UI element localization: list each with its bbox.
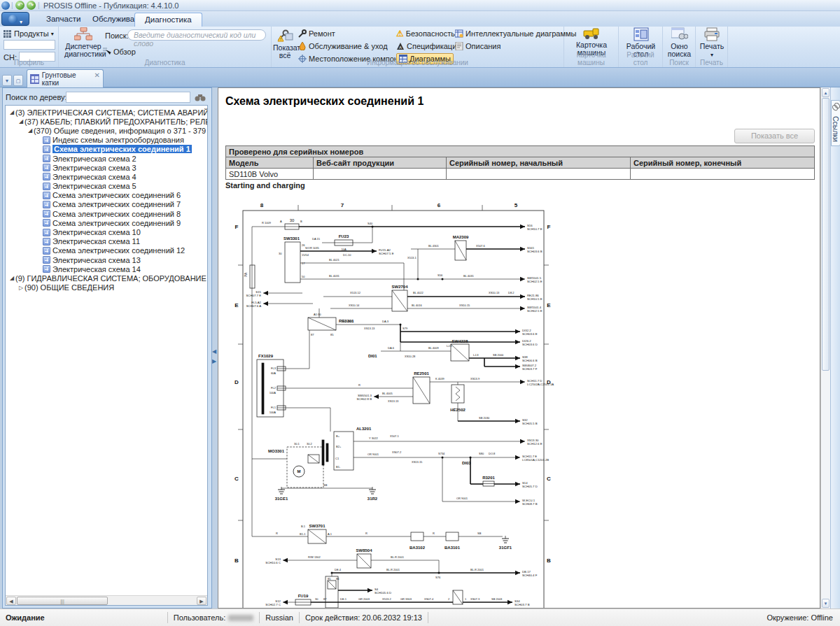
right-side-strip: Ссылки [830, 87, 840, 609]
tree-search-label: Поиск по дереву: [6, 93, 67, 101]
document-icon [43, 155, 50, 162]
wiring-diagram-svg: 8765FFEEDDCCBB30ABS40R 1009FU2310ADA 15S… [232, 199, 554, 609]
show-all-profiles-button[interactable]: Показать все профили [734, 129, 815, 143]
tree-search-input[interactable] [66, 92, 190, 103]
smart-diagrams-button[interactable]: Интеллектуальные диаграммы [455, 28, 576, 39]
application-menu-button[interactable]: ▾ [1, 12, 29, 26]
app-logo-icon [1, 1, 10, 10]
tree-item[interactable]: Электрическая схема 5 [7, 182, 207, 191]
scroll-down-icon[interactable]: ▼ [822, 599, 830, 608]
collapse-left-icon[interactable]: ◀ [212, 348, 216, 355]
tree-item-label: Электрическая схема 4 [52, 173, 136, 181]
tree-item[interactable]: Электрическая схема 3 [7, 163, 207, 172]
svg-text:SCH11.7 E: SCH11.7 E [522, 455, 537, 458]
specifications-icon: A [396, 42, 405, 50]
machine-tab[interactable]: Грунтовые катки SD110B Volvo ✕ [27, 69, 104, 87]
svg-text:S79: S79 [402, 327, 408, 330]
diagnostic-search-input[interactable]: Введите диагностический код или слово [127, 29, 266, 41]
group-label-profile: Профиль [0, 59, 58, 66]
svg-text:SCH40.4 F: SCH40.4 F [522, 574, 538, 577]
panel-splitter[interactable]: ◀ ▶ [212, 87, 218, 609]
repair-button[interactable]: Ремонт [298, 28, 335, 39]
svg-text:X513.1: X513.1 [407, 256, 416, 259]
tree-item[interactable]: ◢(9) ГИДРАВЛИЧЕСКАЯ СИСТЕМА; ОБОРУДОВАНИ… [7, 273, 207, 283]
specifications-button[interactable]: A Спецификации [396, 41, 461, 52]
links-tab[interactable]: Ссылки [831, 100, 840, 146]
table-column-header: Серийный номер, конечный [631, 157, 815, 169]
tree-item-label: (3) ЭЛЕКТРИЧЕСКАЯ СИСТЕМА; СИСТЕМА АВАРИ… [15, 108, 208, 117]
tree-item[interactable]: Схема электрических соединений 9 [7, 218, 207, 227]
tree-item[interactable]: Электрическая схема 2 [7, 154, 207, 163]
content-scrollbar[interactable]: ▲ ▼ [820, 87, 830, 609]
tree-expanded-icon[interactable]: ◢ [8, 275, 15, 281]
maintenance-button[interactable]: Обслуживание & уход [298, 41, 388, 52]
product-filter-input[interactable] [4, 40, 55, 50]
svg-text:S4: S4 [374, 588, 379, 591]
tree-item[interactable]: Электрическая схема 4 [7, 172, 207, 181]
tree-item[interactable]: ◢(37) КАБЕЛЬ; ПЛАВКИЙ ПРЕДОХРАНИТЕЛЬ; РЕ… [7, 117, 207, 126]
scroll-up-icon[interactable]: ▲ [822, 88, 830, 97]
svg-text:S16: S16 [527, 224, 533, 227]
svg-text:X513.12: X513.12 [350, 291, 361, 294]
diagnostics-dispatcher-button[interactable]: Диспетчер диагностики [64, 27, 102, 58]
svg-text:SCH12.6 E: SCH12.6 E [527, 442, 542, 446]
ribbon-group-diagnostics: Диспетчер диагностики Поиск: Введите диа… [59, 27, 272, 67]
svg-text:X507.6: X507.6 [476, 244, 485, 248]
new-tab-button[interactable]: ▢ [13, 75, 23, 86]
binoculars-icon[interactable] [195, 92, 206, 102]
ribbon-group-machine-card: Карточка машины Карточка машины [564, 27, 619, 67]
tree-horizontal-scrollbar[interactable]: ◀ ||| ▶ [6, 595, 207, 605]
org-chart-icon [74, 27, 92, 41]
scroll-right-icon[interactable]: ▶ [197, 597, 206, 605]
tree-item[interactable]: Электрическая схема 10 [7, 227, 207, 236]
tree-expanded-icon[interactable]: ◢ [27, 127, 34, 134]
tree-item[interactable]: Схема электрических соединений 6 [7, 191, 207, 200]
svg-text:D: D [234, 379, 239, 385]
tree-item[interactable]: Схема электрических соединений 1 [7, 145, 207, 154]
svg-text:XS13.9: XS13.9 [470, 377, 480, 380]
products-button[interactable]: Продукты▾ [3, 28, 54, 39]
machine-tab-icon [30, 74, 39, 84]
show-all-button[interactable]: ! Показать всё [273, 27, 297, 59]
svg-text:S734: S734 [438, 452, 445, 455]
svg-text:SW4607.2: SW4607.2 [522, 364, 537, 367]
tree-expanded-icon[interactable]: ◢ [8, 109, 15, 115]
forward-button[interactable]: ↷ [27, 1, 36, 10]
tree-item[interactable]: Схема электрических соединений 8 [7, 209, 207, 218]
tree-item[interactable]: ◢(370) Общие сведения, информация о 371 … [7, 126, 207, 135]
svg-text:SCH07.5 E: SCH07.5 E [379, 252, 394, 255]
status-user-label: Пользователь: [174, 613, 225, 622]
safety-button[interactable]: ⚠ Безопасность [396, 28, 455, 39]
tree-item[interactable]: Индекс схемы электрооборудования [7, 136, 207, 145]
tree-item[interactable]: Электрическая схема 13 [7, 255, 207, 264]
tab-diagnostics[interactable]: Диагностика [134, 13, 202, 27]
back-button[interactable]: ↶ [15, 1, 24, 10]
machine-truck-icon [582, 27, 601, 40]
tree-item[interactable]: Схема электрических соединений 12 [7, 246, 207, 255]
tree-item[interactable]: ◢(3) ЭЛЕКТРИЧЕСКАЯ СИСТЕМА; СИСТЕМА АВАР… [7, 108, 207, 117]
status-validity: Срок действия: 20.06.2032 19:13 [305, 613, 422, 622]
svg-text:LJ.5: LJ.5 [447, 344, 452, 348]
collapse-right-icon[interactable]: ▶ [212, 358, 216, 364]
descriptions-button[interactable]: Описания [455, 41, 500, 52]
svg-text:85: 85 [328, 577, 331, 581]
browse-button[interactable]: Обзор [102, 46, 136, 57]
tree-item[interactable]: Электрическая схема 11 [7, 237, 207, 246]
search-window-button[interactable]: Окно поиска [664, 27, 694, 58]
tree-hscroll-thumb[interactable]: ||| [17, 597, 108, 605]
svg-text:A: A [280, 220, 282, 223]
tree-item[interactable]: Электрическая схема 14 [7, 264, 207, 273]
content-scroll-thumb[interactable] [822, 98, 830, 371]
tree-item-label: Схема электрических соединений 9 [52, 219, 181, 227]
status-environment: Окружение: Offline [766, 613, 833, 622]
svg-text:C: C [547, 476, 551, 482]
tree-item-label: (9) ГИДРАВЛИЧЕСКАЯ СИСТЕМА; ОБОРУДОВАНИЕ… [15, 274, 208, 283]
tree-item[interactable]: ▷(90) ОБЩИЕ СВЕДЕНИЯ [7, 283, 207, 292]
print-button[interactable]: Печать ▾ [699, 27, 725, 59]
scroll-left-icon[interactable]: ◀ [6, 597, 16, 605]
tree-item[interactable]: Схема электрических соединений 7 [7, 200, 207, 209]
close-tab-icon[interactable]: ✕ [94, 71, 100, 87]
tree-expanded-icon[interactable]: ◢ [18, 118, 24, 125]
tree-collapsed-icon[interactable]: ▷ [18, 285, 24, 291]
tab-list-dropdown-button[interactable]: ▼ [2, 75, 12, 86]
